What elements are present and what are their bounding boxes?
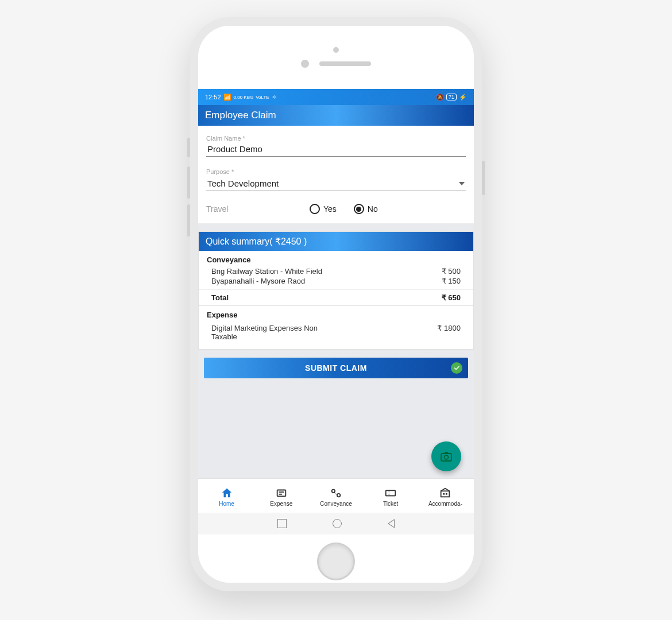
android-nav-bar <box>198 513 474 534</box>
submit-label: SUBMIT CLAIM <box>305 363 367 373</box>
nav-expense[interactable]: Expense <box>254 487 308 507</box>
travel-label: Travel <box>206 204 292 214</box>
claim-name-label: Claim Name * <box>206 135 466 142</box>
svg-rect-0 <box>441 454 451 461</box>
nav-label: Ticket <box>383 501 398 507</box>
item-desc: Bng Railway Station - White Field <box>211 267 322 276</box>
charging-icon: ⚡ <box>459 94 467 101</box>
bottom-nav: Home Expense Conveyance Ticket Accommoda… <box>198 478 474 513</box>
item-amount: ₹ 150 <box>442 277 461 285</box>
total-label: Total <box>211 293 229 302</box>
page-title: Employee Claim <box>205 110 276 121</box>
front-camera-icon <box>301 60 309 68</box>
svg-rect-9 <box>441 491 450 497</box>
travel-yes-option[interactable]: Yes <box>310 204 337 214</box>
no-label: No <box>368 204 378 214</box>
nav-accommodation[interactable]: Accommoda- <box>418 487 473 507</box>
nav-conveyance[interactable]: Conveyance <box>308 487 363 507</box>
conveyance-item: Byapanahalli - Mysore Raod ₹ 150 <box>199 276 473 286</box>
claim-name-input[interactable] <box>206 142 466 157</box>
svg-rect-3 <box>279 491 284 493</box>
accommodation-icon <box>439 487 451 499</box>
home-button[interactable] <box>333 519 342 528</box>
nav-label: Accommoda- <box>428 501 462 507</box>
expense-title: Expense <box>199 306 473 321</box>
nav-label: Home <box>219 501 234 507</box>
claim-form: Claim Name * Purpose * Tech Development … <box>198 126 474 223</box>
total-amount: ₹ 650 <box>442 293 461 302</box>
conveyance-title: Conveyance <box>199 251 473 266</box>
camera-fab[interactable] <box>431 441 461 471</box>
purpose-value: Tech Development <box>207 179 459 188</box>
net-speed: 0.00 KB/s <box>234 95 254 100</box>
nav-ticket[interactable]: Ticket <box>364 487 418 507</box>
nav-home[interactable]: Home <box>199 487 254 507</box>
home-icon <box>221 487 233 499</box>
radio-icon <box>310 204 320 214</box>
item-amount: ₹ 1800 <box>437 324 461 341</box>
svg-rect-7 <box>386 490 396 495</box>
expense-icon <box>275 487 288 499</box>
svg-rect-4 <box>279 494 282 495</box>
svg-point-1 <box>445 455 449 459</box>
chevron-down-icon <box>459 182 465 185</box>
side-button <box>187 138 190 157</box>
purpose-select[interactable]: Tech Development <box>206 176 466 191</box>
item-amount: ₹ 500 <box>442 267 461 276</box>
svg-rect-10 <box>443 493 445 495</box>
ticket-icon <box>384 487 397 499</box>
purpose-label: Purpose * <box>206 168 466 175</box>
nav-label: Expense <box>270 501 292 507</box>
battery-icon: 71 <box>446 94 457 100</box>
phone-frame: 12:52 📶 0.00 KB/s VoLTE ✧ 🔕 71 ⚡ Employe… <box>190 17 482 591</box>
status-time: 12:52 <box>205 94 221 100</box>
back-button[interactable] <box>388 519 395 528</box>
speaker-grill-icon <box>319 61 371 66</box>
summary-header: Quick summary( ₹2450 ) <box>199 232 473 251</box>
app-screen: 12:52 📶 0.00 KB/s VoLTE ✧ 🔕 71 ⚡ Employe… <box>198 89 474 534</box>
camera-dot-icon <box>333 47 339 53</box>
expense-item: Digital Marketing Expenses Non Taxable ₹… <box>199 321 473 349</box>
yes-label: Yes <box>323 204 337 214</box>
quick-summary-card: Quick summary( ₹2450 ) Conveyance Bng Ra… <box>198 231 474 350</box>
phone-bottom-bezel <box>198 534 474 583</box>
signal-icon: 📶 <box>223 94 231 101</box>
item-desc: Digital Marketing Expenses Non Taxable <box>211 324 338 341</box>
location-icon: ✧ <box>272 94 277 101</box>
camera-icon <box>439 450 453 463</box>
status-bar: 12:52 📶 0.00 KB/s VoLTE ✧ 🔕 71 ⚡ <box>198 89 474 105</box>
conveyance-total-row: Total ₹ 650 <box>199 289 473 305</box>
submit-claim-button[interactable]: SUBMIT CLAIM <box>204 358 468 378</box>
svg-rect-2 <box>277 490 285 497</box>
travel-no-option[interactable]: No <box>354 204 378 214</box>
svg-rect-11 <box>446 493 447 495</box>
mute-icon: 🔕 <box>436 94 444 101</box>
physical-home-button[interactable] <box>317 542 355 580</box>
volume-up-button <box>187 166 190 199</box>
conveyance-icon <box>330 487 342 499</box>
nav-label: Conveyance <box>320 501 352 507</box>
page-title-bar: Employee Claim <box>198 105 474 126</box>
volte-label: VoLTE <box>256 95 269 100</box>
recent-apps-button[interactable] <box>277 519 287 528</box>
radio-selected-icon <box>354 204 364 214</box>
item-desc: Byapanahalli - Mysore Raod <box>211 277 305 285</box>
conveyance-item: Bng Railway Station - White Field ₹ 500 <box>199 266 473 276</box>
check-icon <box>451 362 462 374</box>
power-button <box>482 161 485 195</box>
volume-down-button <box>187 204 190 237</box>
phone-top-bezel <box>198 26 474 89</box>
